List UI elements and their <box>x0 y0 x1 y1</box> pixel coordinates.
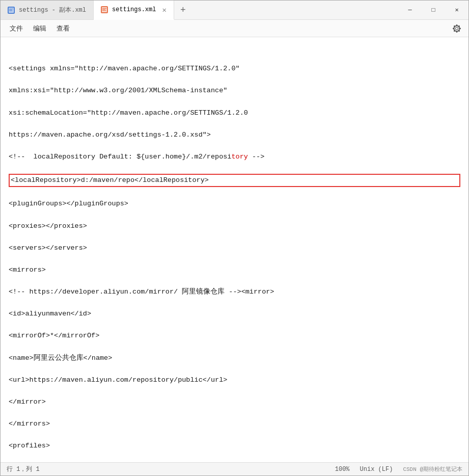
line-18: </mirrors> <box>9 418 460 430</box>
svg-rect-6 <box>102 9 105 10</box>
add-tab-button[interactable]: + <box>174 1 192 19</box>
cursor-position: 行 1，列 1 <box>7 465 40 473</box>
tab-copy-label: settings - 副本.xml <box>19 6 86 14</box>
svg-rect-7 <box>102 10 106 11</box>
tab-settings-xml[interactable]: settings.xml ✕ <box>94 1 174 20</box>
tab-settings-copy[interactable]: settings - 副本.xml <box>1 1 94 19</box>
settings-icon-button[interactable] <box>449 21 464 36</box>
line-17: </mirror> <box>9 396 460 408</box>
maximize-button[interactable]: □ <box>422 1 445 19</box>
gear-icon <box>453 24 461 33</box>
line-12: <!-- https://developer.aliyun.com/mirror… <box>9 286 460 298</box>
tabs-area: settings - 副本.xml settings.xml ✕ + <box>1 1 398 19</box>
menu-edit[interactable]: 编辑 <box>28 22 51 35</box>
statusbar: 行 1，列 1 100% Unix (LF) CSDN @期待粉红笔记本 <box>1 462 468 475</box>
line-9: <proxies></proxies> <box>9 221 460 232</box>
tab-icon-copy <box>8 7 15 14</box>
line-15: <name>阿里云公共仓库</name> <box>9 353 460 364</box>
line-16: <url>https://maven.aliyun.com/repository… <box>9 375 460 386</box>
svg-rect-5 <box>102 8 106 9</box>
titlebar: settings - 副本.xml settings.xml ✕ + — □ ✕ <box>1 1 468 20</box>
minimize-button[interactable]: — <box>398 1 422 19</box>
tab-icon-xml <box>101 6 108 13</box>
editor-area[interactable]: <settings xmlns="http://maven.apache.org… <box>1 37 468 462</box>
tab-close-button[interactable]: ✕ <box>162 6 166 14</box>
menu-view[interactable]: 查看 <box>51 22 75 35</box>
line-14: <mirrorOf>*</mirrorOf> <box>9 330 460 341</box>
line-6: <!-- localRepository Default: ${user.hom… <box>9 151 460 163</box>
svg-rect-1 <box>9 9 13 9</box>
svg-rect-3 <box>9 11 13 11</box>
zoom-level: 100% <box>335 466 350 473</box>
line-5: https://maven.apache.org/xsd/settings-1.… <box>9 129 460 141</box>
svg-rect-2 <box>9 10 12 10</box>
line-7-highlighted: <localRepository>d:/maven/repo</localRep… <box>9 174 460 187</box>
close-button[interactable]: ✕ <box>445 1 468 19</box>
line-ending: Unix (LF) <box>360 466 393 473</box>
menubar: 文件 编辑 查看 <box>1 20 468 37</box>
line-13: <id>aliyunmaven</id> <box>9 308 460 320</box>
line-4: xsi:schemaLocation="http://maven.apache.… <box>9 108 460 119</box>
line-8: <pluginGroups></pluginGroups> <box>9 198 460 209</box>
tab-xml-label: settings.xml <box>112 6 156 13</box>
line-3: xmlns:xsi="http://www.w3.org/2001/XMLSch… <box>9 85 460 96</box>
watermark-text: CSDN @期待粉红笔记本 <box>403 465 462 473</box>
line-2: <settings xmlns="http://maven.apache.org… <box>9 63 460 74</box>
line-11: <mirrors> <box>9 265 460 276</box>
main-window: settings - 副本.xml settings.xml ✕ + — □ ✕… <box>0 0 469 476</box>
menu-file[interactable]: 文件 <box>5 22 28 35</box>
line-10: <servers></servers> <box>9 243 460 254</box>
line-19: <profiles> <box>9 440 460 452</box>
window-controls: — □ ✕ <box>398 1 468 19</box>
